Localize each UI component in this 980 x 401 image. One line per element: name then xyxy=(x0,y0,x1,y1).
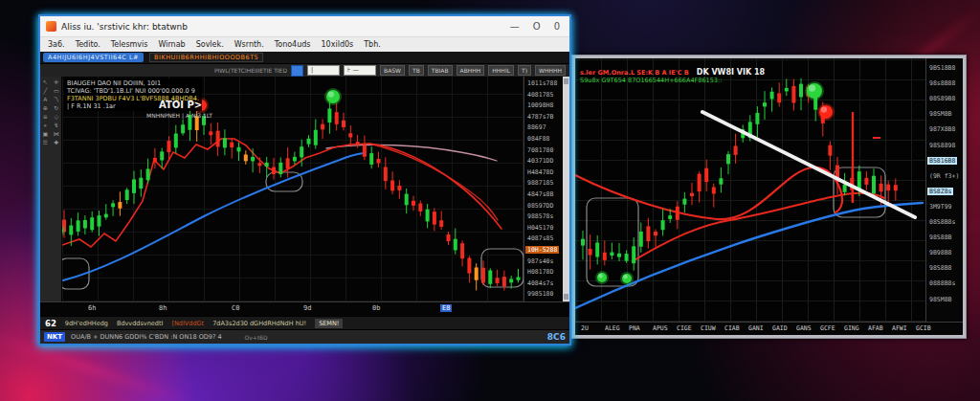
drawing-tool-icon[interactable]: ⋈ xyxy=(52,130,62,138)
candle-body xyxy=(661,220,665,230)
toolbar-button[interactable]: TBIAB xyxy=(428,65,453,76)
menu-item[interactable]: Wsrnth. xyxy=(234,40,264,49)
candle-body xyxy=(230,143,234,147)
drawing-tool-icon[interactable]: ⊕ xyxy=(40,104,51,112)
price-axis-label: 98S88B xyxy=(929,234,951,241)
drawing-tool-icon[interactable]: ✚ xyxy=(52,139,62,146)
scroll-up-icon[interactable] xyxy=(564,78,568,84)
tab-count: 62 xyxy=(45,319,56,328)
chart-tab[interactable]: BdvvddsvnedtI xyxy=(117,320,163,327)
toolbar-button[interactable]: T) xyxy=(518,65,531,76)
toolbar-button[interactable]: HHHIL xyxy=(488,65,514,76)
menu-item[interactable]: Tedito. xyxy=(76,40,100,49)
toolbar-button[interactable]: BASW xyxy=(380,65,405,76)
status-quote-text: OUA/B + DUNN6 GDDI% C'BDN :N ON18 OD9? 4 xyxy=(71,333,222,341)
chart-tab[interactable]: [NdIVddGt xyxy=(171,320,204,327)
minimize-button[interactable]: — xyxy=(510,22,520,32)
close-button[interactable]: 0 xyxy=(554,22,560,32)
titlebar[interactable]: Aliss iu. 'srstivic khr: btatwnb — O 0 xyxy=(40,16,569,36)
time-axis-label: 9d xyxy=(303,304,311,312)
toolbar-button[interactable]: WHHHH xyxy=(535,65,566,76)
candle-body xyxy=(223,138,227,147)
chart-tab[interactable]: 9dH'edHHedg xyxy=(65,320,108,327)
menu-item[interactable]: 3a6. xyxy=(48,40,65,49)
toolbar-standard: A4HIJU6I6HJ4VSTII64C L# BIKHUIIB6RHHIBHI… xyxy=(40,52,569,63)
candle-body xyxy=(864,178,868,185)
drawing-tool-icon[interactable]: ≡ xyxy=(40,113,51,121)
drawing-tool-icon[interactable]: ▭ xyxy=(52,87,62,95)
candle-body xyxy=(209,131,212,135)
drawing-tool-icon[interactable]: ☰ xyxy=(40,139,51,146)
candle-body xyxy=(595,243,599,257)
time-axis-label: 0b xyxy=(372,304,380,312)
toolbar-button-group-blue[interactable]: A4HIJU6I6HJ4VSTII64C L# xyxy=(43,53,144,62)
price-axis-label: 08S8B8s xyxy=(929,218,955,226)
price-axis-label: 98SM8B xyxy=(929,296,951,303)
drawing-tool-icon[interactable]: A xyxy=(40,96,51,103)
time-axis-label: GCIB xyxy=(916,324,931,332)
time-axis-label: APUS xyxy=(653,324,668,332)
toolbar-info-text: PIWL(TETCIHEIIIETIE TIED xyxy=(214,67,287,74)
drawing-tool-icon[interactable]: ▣ xyxy=(40,130,51,138)
candle-body xyxy=(719,178,723,184)
candle-body xyxy=(785,88,789,92)
right-chart-area[interactable]: s.ler GM.Onra.L SE:K B A IE'C B DK VW8I … xyxy=(575,58,925,322)
status-connection-speed: 8C6 xyxy=(547,332,566,342)
drawing-tool-icon[interactable]: ↯ xyxy=(52,122,62,129)
menu-item[interactable]: Sovlek. xyxy=(196,40,224,49)
status-bar: NKT OUA/B + DUNN6 GDDI% C'BDN :N ON18 OD… xyxy=(40,329,569,344)
candle-body xyxy=(886,185,890,191)
price-axis-label: 084F88 xyxy=(527,135,549,143)
candle-body xyxy=(111,203,115,207)
candle-body xyxy=(356,142,360,145)
drawing-tool-icon[interactable]: ↖ xyxy=(40,78,51,86)
candle-body xyxy=(278,163,282,174)
candle-body xyxy=(132,179,136,192)
candle-body xyxy=(704,168,708,182)
drawing-tool-icon[interactable]: ⌖ xyxy=(40,122,51,129)
chart-tab[interactable]: SEMN! xyxy=(315,319,343,328)
candle-body xyxy=(828,145,832,156)
chart-tab[interactable]: 7dA3s2d30 dGHdRHdNdH hU! xyxy=(212,320,306,327)
candle-body xyxy=(439,220,443,227)
signal-marker-highlight xyxy=(809,85,815,92)
scroll-down-icon[interactable] xyxy=(564,294,568,300)
menu-item[interactable]: 10xild0s xyxy=(322,40,354,49)
signal-marker xyxy=(622,274,632,283)
drawing-tool-icon[interactable]: ↻ xyxy=(52,104,62,112)
chart-window-right[interactable]: s.ler GM.Onra.L SE:K B A IE'C B DK VW8I … xyxy=(571,55,967,339)
menu-item[interactable]: Tbh. xyxy=(364,40,381,49)
menu-item[interactable]: Wirnab xyxy=(159,40,186,49)
candle-body xyxy=(481,268,485,283)
time-axis-label: E8 xyxy=(440,304,452,312)
price-axis-label: H045170 xyxy=(527,224,553,232)
symbol-combobox[interactable]: | xyxy=(307,65,340,76)
price-axis-label: 3M9T99 xyxy=(929,203,951,211)
vertical-scrollbar[interactable] xyxy=(563,77,569,301)
candle-body xyxy=(799,84,803,98)
candle-body xyxy=(139,178,143,189)
menu-item[interactable]: Telesmvis xyxy=(111,40,148,49)
toolbar-button-group-orange[interactable]: BIKHUIIB6RHHIBHIOOODB6T5 xyxy=(149,53,263,62)
candle-body xyxy=(335,112,339,124)
candle-body xyxy=(639,232,643,247)
menu-item[interactable]: Tono4uds xyxy=(275,40,311,49)
candle-body xyxy=(517,277,521,279)
candle-body xyxy=(872,176,876,193)
left-chart-area[interactable]: BIAUGEH DAO NII DOIIIN, 10I1TCIVAG: 'TBD… xyxy=(62,77,523,301)
price-axis-label: 08597DD xyxy=(527,202,553,210)
toolbar-button[interactable]: TB xyxy=(409,65,424,76)
moving-average-line xyxy=(575,167,842,219)
drawing-tool-icon[interactable]: ◇ xyxy=(52,113,62,121)
toolbar-button[interactable]: ABHHH xyxy=(457,65,485,76)
drawing-tool-icon[interactable]: ✛ xyxy=(52,78,62,86)
toolbar-indicator-button[interactable] xyxy=(291,65,303,77)
candle-body xyxy=(460,243,464,258)
drawing-tool-icon[interactable]: 〽 xyxy=(52,96,62,103)
period-combobox[interactable]: ⊦ — xyxy=(344,65,376,76)
trading-platform-window[interactable]: Aliss iu. 'srstivic khr: btatwnb — O 0 3… xyxy=(38,14,571,345)
maximize-button[interactable]: O xyxy=(533,22,541,32)
price-axis-label: 98S8898 xyxy=(929,142,955,149)
candle-body xyxy=(726,154,730,164)
drawing-tool-icon[interactable]: ╱ xyxy=(40,87,51,95)
